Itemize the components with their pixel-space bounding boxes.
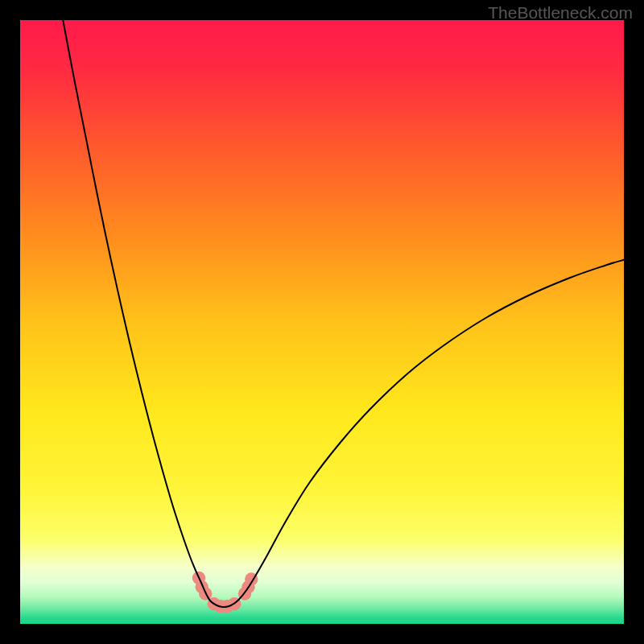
chart-background (20, 20, 624, 624)
chart-plot (20, 20, 624, 624)
chart-frame: TheBottleneck.com (0, 0, 644, 644)
chart-svg (20, 20, 624, 624)
